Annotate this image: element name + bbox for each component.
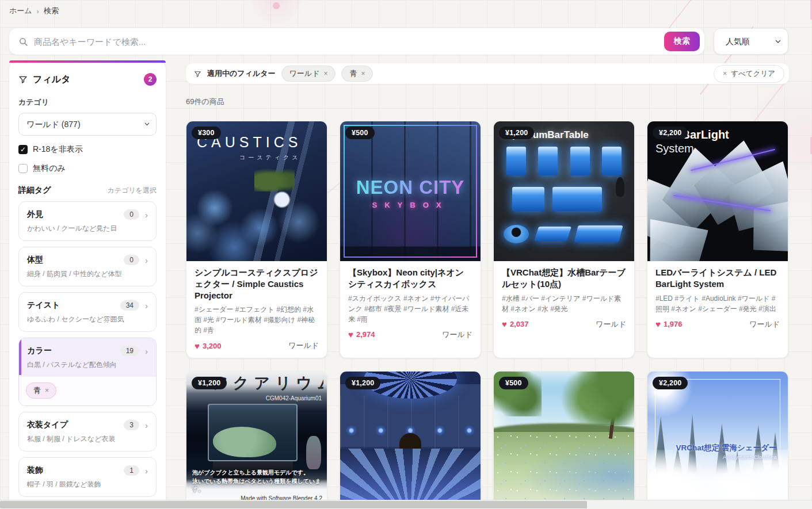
checkbox-icon[interactable] bbox=[18, 164, 28, 173]
results-count: 69件の商品 bbox=[186, 97, 789, 107]
decorative-dot bbox=[273, 2, 280, 9]
tag-group-card[interactable]: 衣装タイプ 3 › 私服 / 制服 / ドレスなど衣装 bbox=[18, 412, 157, 451]
product-image[interactable]: ¥2,200 VRChat想定 雲海シェーダーAyRaymarch CloudS… bbox=[647, 372, 788, 509]
product-category: ワールド bbox=[596, 319, 626, 330]
scrollbar-thumb[interactable] bbox=[0, 501, 587, 508]
breadcrumb: ホーム › 検索 bbox=[9, 6, 59, 16]
product-image[interactable]: ¥500 bbox=[494, 372, 634, 509]
chip-label: 青 bbox=[33, 385, 41, 396]
remove-icon[interactable]: × bbox=[45, 386, 49, 395]
tag-group-main[interactable]: 装飾 1 › 帽子 / 羽 / 眼鏡など装飾 bbox=[19, 458, 156, 496]
product-image[interactable]: ¥500 NEON CITYSKYBOX bbox=[340, 121, 481, 261]
tag-group-main[interactable]: テイスト 34 › ゆるふわ / セクシーなど雰囲気 bbox=[19, 293, 156, 331]
product-card[interactable]: ¥500 NEON CITYSKYBOX 【Skybox】Neon city|ネ… bbox=[340, 121, 481, 358]
horizontal-scrollbar[interactable] bbox=[0, 500, 812, 509]
filter-sidebar: フィルタ 2 カテゴリ ワールド (877) ✓ R-18を非表示 無料のみ 詳… bbox=[9, 60, 166, 509]
product-category: ワールド bbox=[288, 340, 319, 351]
applied-filter-chip[interactable]: 青 × bbox=[341, 66, 373, 82]
thumbnail-art bbox=[208, 404, 298, 461]
product-title[interactable]: シンプルコースティクスプロジェクター / Simple Caustics Pro… bbox=[195, 267, 319, 301]
sort-select[interactable]: 人気順 bbox=[714, 28, 788, 55]
image-caption-text: 泳いでいる熱帯魚はベタという種類を模しています。 bbox=[192, 477, 327, 493]
product-image[interactable]: ¥2,200 LED BarLightSystem bbox=[647, 121, 788, 261]
applied-filter-chip[interactable]: ワールド × bbox=[281, 66, 336, 82]
product-title[interactable]: 【VRChat想定】水槽Barテーブルセット(10点) bbox=[502, 267, 626, 290]
thumbnail-art: VRChat想定 雲海シェーダーAyRaymarch CloudSea bbox=[647, 372, 788, 509]
likes[interactable]: ♥ 2,974 bbox=[348, 330, 375, 339]
product-card[interactable]: ¥1,200 アクアリウムCGM042-Aquarium01泡がブクブクと立ち上… bbox=[186, 371, 327, 509]
thumbnail-art bbox=[602, 147, 622, 175]
product-title[interactable]: LEDバーライトシステム / LED BarLight System bbox=[655, 267, 780, 290]
tag-group-card[interactable]: 装飾 1 › 帽子 / 羽 / 眼鏡など装飾 bbox=[18, 457, 157, 497]
tag-group-name: 装飾 bbox=[27, 465, 43, 476]
breadcrumb-home[interactable]: ホーム bbox=[9, 6, 32, 16]
thumbnail-art: AquariumBarTable bbox=[494, 121, 634, 261]
filter-header: フィルタ 2 bbox=[18, 73, 157, 86]
tag-group-main[interactable]: 体型 0 › 細身 / 筋肉質 / 中性的など体型 bbox=[19, 247, 156, 286]
thumbnail-art bbox=[647, 219, 709, 261]
product-tags: #スカイボックス #ネオン #サイバーパンク #都市 #夜景 #ワールド素材 #… bbox=[348, 293, 472, 324]
remove-icon[interactable]: × bbox=[323, 70, 327, 78]
chevron-right-icon: › bbox=[145, 301, 148, 310]
search-button[interactable]: 検索 bbox=[664, 32, 700, 51]
funnel-icon bbox=[18, 75, 28, 84]
tag-group-count-badge: 1 bbox=[124, 465, 139, 476]
price-badge: ¥500 bbox=[345, 127, 375, 139]
filter-checkbox[interactable]: 無料のみ bbox=[18, 163, 157, 174]
tag-group-card[interactable]: 外見 0 › かわいい / クールなど見た目 bbox=[18, 201, 157, 241]
tag-group-description: 私服 / 制服 / ドレスなど衣装 bbox=[27, 434, 148, 444]
product-card[interactable]: ¥300 CAUSTICSコースティクス シンプルコースティクスプロジェクター … bbox=[186, 121, 327, 358]
tag-group-card[interactable]: 体型 0 › 細身 / 筋肉質 / 中性的など体型 bbox=[18, 247, 157, 286]
checkbox-checked-icon[interactable]: ✓ bbox=[18, 145, 28, 154]
thumbnail-art bbox=[504, 225, 529, 243]
thumbnail-art bbox=[340, 372, 481, 509]
product-card[interactable]: ¥2,200 VRChat想定 雲海シェーダーAyRaymarch CloudS… bbox=[647, 371, 788, 509]
thumbnail-art bbox=[512, 187, 602, 211]
product-card[interactable]: ¥500 VRChat向けワールド『地形5種セ ♥ bbox=[493, 371, 635, 509]
likes[interactable]: ♥ 1,976 bbox=[655, 320, 682, 328]
tag-group-count-badge: 34 bbox=[120, 300, 139, 311]
thumbnail-art bbox=[538, 147, 558, 175]
tag-group-count-badge: 0 bbox=[124, 209, 139, 220]
tag-group-card[interactable]: カラー 19 › 白黒 / パステルなど配色傾向 青 × bbox=[18, 338, 157, 406]
category-select[interactable]: ワールド (877) bbox=[18, 113, 157, 136]
product-card[interactable]: ¥1,200 【VRChatワールド】Hall ♥ bbox=[340, 371, 481, 509]
product-image[interactable]: ¥300 CAUSTICSコースティクス bbox=[186, 121, 327, 261]
like-count: 1,976 bbox=[664, 320, 683, 328]
likes[interactable]: ♥ 3,200 bbox=[195, 342, 221, 350]
product-card[interactable]: ¥1,200 AquariumBarTable 【VRChat想定】水槽Barテ… bbox=[493, 121, 635, 358]
select-category-link[interactable]: カテゴリを選択 bbox=[108, 186, 157, 196]
heart-icon: ♥ bbox=[502, 320, 507, 328]
selected-tag-chip[interactable]: 青 × bbox=[26, 382, 56, 399]
image-subtitle-text: SKYBOX bbox=[340, 201, 481, 209]
image-subtitle-text: コースティクス bbox=[239, 154, 300, 162]
tag-group-count-badge: 3 bbox=[124, 420, 139, 430]
main-content: 適用中のフィルター ワールド × 青 × × すべてクリア 69件の商品 ¥30… bbox=[186, 63, 789, 509]
product-image[interactable]: ¥1,200 AquariumBarTable bbox=[494, 121, 634, 261]
tag-group-main[interactable]: カラー 19 › 白黒 / パステルなど配色傾向 bbox=[19, 338, 156, 377]
product-image[interactable]: ¥1,200 アクアリウムCGM042-Aquarium01泡がブクブクと立ち上… bbox=[186, 372, 327, 509]
product-title[interactable]: 【Skybox】Neon city|ネオンシティスカイボックス bbox=[348, 267, 472, 290]
thumbnail-art bbox=[504, 225, 624, 243]
breadcrumb-separator: › bbox=[37, 7, 39, 16]
thumbnail-art: CAUSTICSコースティクス bbox=[186, 121, 327, 261]
like-count: 2,974 bbox=[356, 330, 375, 339]
tag-group-main[interactable]: 外見 0 › かわいい / クールなど見た目 bbox=[19, 202, 156, 240]
search-input[interactable] bbox=[34, 37, 664, 47]
thumbnail-art bbox=[306, 436, 321, 469]
applied-chip-list: ワールド × 青 × bbox=[281, 66, 373, 82]
tag-group-card[interactable]: テイスト 34 › ゆるふわ / セクシーなど雰囲気 bbox=[18, 292, 157, 332]
thumbnail-art bbox=[570, 147, 590, 175]
clear-all-filters-button[interactable]: × すべてクリア bbox=[714, 65, 784, 83]
price-badge: ¥1,200 bbox=[345, 377, 380, 389]
tag-group-main[interactable]: 衣装タイプ 3 › 私服 / 制服 / ドレスなど衣装 bbox=[19, 412, 156, 451]
filter-checkbox[interactable]: ✓ R-18を非表示 bbox=[18, 144, 157, 155]
product-image[interactable]: ¥1,200 bbox=[340, 372, 481, 509]
image-code-text: CGM042-Aquarium01 bbox=[266, 395, 322, 401]
product-card[interactable]: ¥2,200 LED BarLightSystem LEDバーライトシステム /… bbox=[647, 121, 788, 358]
decorative-line bbox=[667, 0, 693, 30]
search-bar: 検索 bbox=[9, 28, 704, 55]
likes[interactable]: ♥ 2,037 bbox=[502, 320, 528, 328]
remove-icon[interactable]: × bbox=[361, 70, 365, 78]
heart-icon: ♥ bbox=[195, 342, 200, 350]
